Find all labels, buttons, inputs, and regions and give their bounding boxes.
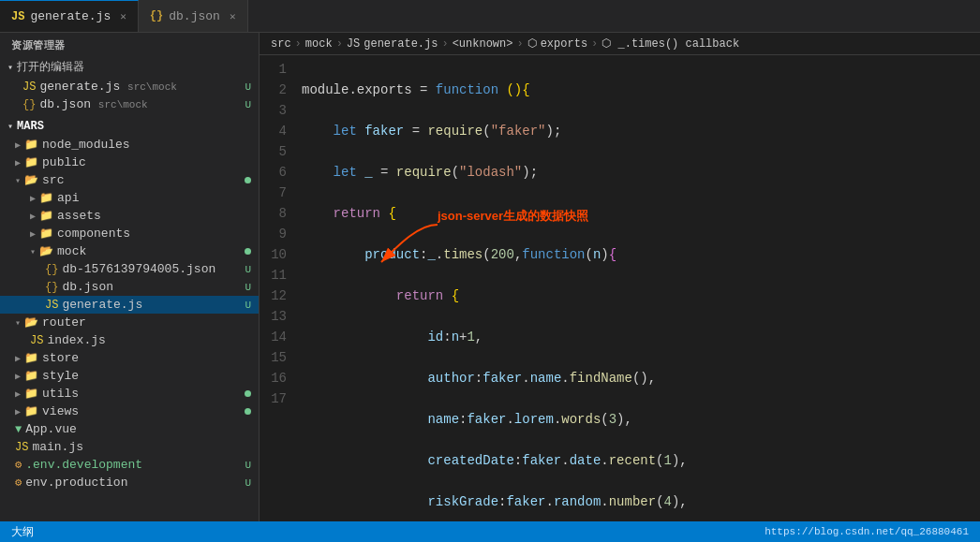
arrow-views: ▶ bbox=[15, 406, 21, 417]
tree-app-vue[interactable]: ▼ App.vue bbox=[0, 420, 259, 438]
breadcrumb-js-icon: JS bbox=[347, 37, 360, 51]
nm-label: node_modules bbox=[42, 138, 259, 152]
assets-label: assets bbox=[57, 209, 259, 223]
tree-assets[interactable]: ▶ 📁 assets bbox=[0, 207, 259, 225]
views-label: views bbox=[42, 404, 245, 418]
breadcrumb-bar: src › mock › JS generate.js › <unknown> … bbox=[260, 33, 980, 55]
sep4: › bbox=[516, 37, 523, 51]
tree-env-dev[interactable]: ⚙ .env.development U bbox=[0, 456, 259, 474]
top-bar: JS generate.js ✕ {} db.json ✕ bbox=[0, 0, 980, 33]
js-icon-gen: JS bbox=[45, 299, 58, 312]
store-label: store bbox=[42, 351, 259, 365]
dot-mock bbox=[245, 248, 251, 255]
json-icon-tab: {} bbox=[150, 9, 163, 22]
sep1: › bbox=[295, 37, 302, 51]
tree-db-timestamp[interactable]: {} db-1576139794005.json U bbox=[0, 260, 259, 278]
u-badge-dbt: U bbox=[245, 264, 251, 275]
tree-store[interactable]: ▶ 📁 store bbox=[0, 349, 259, 367]
code-editor[interactable]: 1 2 3 4 5 6 7 8 9 10 11 12 13 14 15 16 1 bbox=[260, 55, 980, 521]
open-file-generate-label: generate.js src\mock bbox=[39, 80, 245, 94]
status-bar: 大纲 https://blog.csdn.net/qq_26880461 bbox=[0, 521, 980, 542]
u-badge-envp: U bbox=[245, 477, 251, 489]
open-editors-label: 打开的编辑器 bbox=[17, 59, 84, 75]
folder-icon-src: 📂 bbox=[24, 173, 38, 187]
js-file-icon: JS bbox=[22, 81, 36, 94]
index-js-label: index.js bbox=[47, 333, 259, 347]
sep5: › bbox=[591, 37, 598, 51]
folder-icon-views: 📁 bbox=[24, 404, 38, 418]
project-header[interactable]: ▾ MARS bbox=[0, 117, 259, 136]
u-badge-genjs: U bbox=[245, 300, 251, 311]
components-label: components bbox=[57, 227, 259, 241]
dot-utils bbox=[245, 390, 251, 397]
js-icon-index: JS bbox=[30, 334, 43, 347]
arrow-project-icon: ▾ bbox=[7, 121, 13, 132]
tab-label-db: db.json bbox=[169, 9, 220, 23]
open-file-db[interactable]: {} db.json src\mock U bbox=[0, 95, 259, 113]
env-prod-icon: ⚙ bbox=[15, 476, 22, 490]
tree-env-prod[interactable]: ⚙ env.production U bbox=[0, 474, 259, 491]
tree-src[interactable]: ▾ 📂 src bbox=[0, 171, 259, 189]
tree-router[interactable]: ▾ 📂 router bbox=[0, 314, 259, 331]
json-icon-dbt: {} bbox=[45, 263, 58, 276]
arrow-router: ▾ bbox=[15, 317, 21, 329]
breadcrumb-exports: exports bbox=[541, 37, 587, 51]
utils-label: utils bbox=[42, 387, 245, 401]
public-label: public bbox=[42, 155, 259, 169]
js-icon: JS bbox=[11, 10, 24, 23]
db-json-label: db.json bbox=[62, 280, 245, 294]
sep2: › bbox=[336, 37, 343, 51]
line-numbers: 1 2 3 4 5 6 7 8 9 10 11 12 13 14 15 16 1 bbox=[260, 55, 302, 521]
folder-icon-api: 📁 bbox=[39, 191, 53, 205]
arrow-style: ▶ bbox=[15, 371, 21, 382]
u-badge-db: U bbox=[245, 99, 251, 110]
arrow-components: ▶ bbox=[30, 228, 36, 240]
u-badge-env: U bbox=[245, 460, 251, 471]
style-label: style bbox=[42, 369, 259, 383]
tree-generate-js[interactable]: JS generate.js U bbox=[0, 296, 259, 314]
tree-node-modules[interactable]: ▶ 📁 node_modules bbox=[0, 136, 259, 154]
breadcrumb-mock: mock bbox=[305, 37, 333, 51]
env-icon: ⚙ bbox=[15, 458, 22, 472]
mock-label: mock bbox=[57, 244, 245, 258]
arrow-nm: ▶ bbox=[15, 139, 21, 151]
project-label: MARS bbox=[17, 120, 44, 133]
tree-api[interactable]: ▶ 📁 api bbox=[0, 189, 259, 207]
vue-icon: ▼ bbox=[15, 423, 22, 436]
folder-icon-style: 📁 bbox=[24, 369, 38, 383]
tree-mock[interactable]: ▾ 📂 mock bbox=[0, 242, 259, 260]
json-file-icon: {} bbox=[22, 98, 36, 111]
sidebar-header: 资源管理器 bbox=[0, 33, 259, 56]
tab-close-generate[interactable]: ✕ bbox=[120, 10, 126, 22]
tree-utils[interactable]: ▶ 📁 utils bbox=[0, 385, 259, 403]
tree-public[interactable]: ▶ 📁 public bbox=[0, 154, 259, 171]
breadcrumb-unknown: <unknown> bbox=[453, 37, 513, 51]
src-label: src bbox=[42, 173, 245, 187]
open-file-generate[interactable]: JS generate.js src\mock U bbox=[0, 78, 259, 95]
arrow-src: ▾ bbox=[15, 175, 21, 186]
u-badge-db2: U bbox=[245, 282, 251, 293]
folder-icon-utils: 📁 bbox=[24, 387, 38, 401]
env-dev-label: .env.development bbox=[25, 458, 245, 472]
router-label: router bbox=[42, 315, 259, 330]
folder-icon-components: 📁 bbox=[39, 227, 53, 241]
tree-db-json[interactable]: {} db.json U bbox=[0, 278, 259, 296]
folder-icon-store: 📁 bbox=[24, 351, 38, 365]
tree-views[interactable]: ▶ 📁 views bbox=[0, 403, 259, 420]
arrow-api: ▶ bbox=[30, 193, 36, 204]
breadcrumb-times: ⬡ _.times() callback bbox=[601, 37, 739, 51]
sep3: › bbox=[441, 37, 448, 51]
tab-db-json[interactable]: {} db.json ✕ bbox=[139, 0, 248, 32]
api-label: api bbox=[57, 191, 259, 205]
dot-views bbox=[245, 408, 251, 415]
open-editors-section[interactable]: ▾ 打开的编辑器 bbox=[0, 56, 259, 78]
tree-main-js[interactable]: JS main.js bbox=[0, 438, 259, 456]
tab-generate-js[interactable]: JS generate.js ✕ bbox=[0, 0, 139, 32]
arrow-utils: ▶ bbox=[15, 388, 21, 400]
folder-icon-router: 📂 bbox=[24, 315, 38, 330]
tree-components[interactable]: ▶ 📁 components bbox=[0, 225, 259, 242]
status-outline: 大纲 bbox=[11, 524, 34, 540]
tree-index-js[interactable]: JS index.js bbox=[0, 331, 259, 349]
tab-close-db[interactable]: ✕ bbox=[230, 10, 236, 22]
tree-style[interactable]: ▶ 📁 style bbox=[0, 367, 259, 385]
